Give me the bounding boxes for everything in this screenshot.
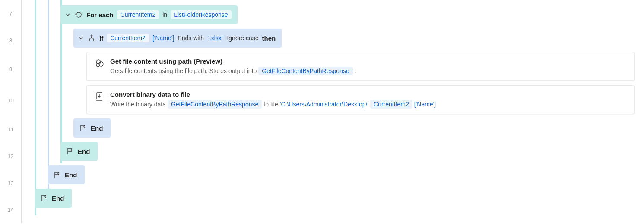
punct: . xyxy=(355,67,356,74)
option-text: Ignore case xyxy=(227,35,258,42)
flag-icon xyxy=(66,147,74,156)
if-keyword: If xyxy=(99,35,103,42)
end-keyword: End xyxy=(78,148,90,155)
line-number: 14 xyxy=(0,196,21,223)
action-get-file-content[interactable]: Get file content using path (Preview) Ge… xyxy=(22,52,644,81)
then-keyword: then xyxy=(262,35,276,42)
line-number: 9 xyxy=(0,54,21,85)
collapse-toggle[interactable] xyxy=(65,12,71,18)
input-variable-token[interactable]: GetFileContentByPathResponse xyxy=(168,100,262,109)
line-number: 11 xyxy=(0,116,21,143)
action-description: Write the binary data xyxy=(110,101,166,108)
action-title: Get file content using path (Preview) xyxy=(110,58,356,65)
line-number: 10 xyxy=(0,85,21,116)
foreach-keyword: For each xyxy=(86,11,114,19)
line-number: 7 xyxy=(0,0,21,27)
operator-text: Ends with xyxy=(178,35,204,42)
line-number: 13 xyxy=(0,170,21,196)
end-step[interactable]: End xyxy=(22,165,644,184)
output-variable-token[interactable]: GetFileContentByPathResponse xyxy=(258,67,352,75)
end-step[interactable]: End xyxy=(22,189,644,208)
action-title: Convert binary data to file xyxy=(110,91,436,98)
if-step[interactable]: If CurrentItem2 ['Name'] Ends with '.xls… xyxy=(22,29,644,48)
literal-value: '.xlsx' xyxy=(207,35,223,42)
foreach-variable-token[interactable]: CurrentItem2 xyxy=(117,10,159,19)
end-keyword: End xyxy=(65,171,77,179)
action-description: to file xyxy=(263,101,278,108)
if-variable-token[interactable]: CurrentItem2 xyxy=(107,34,149,42)
end-keyword: End xyxy=(91,125,103,132)
end-foreach-step[interactable]: End xyxy=(22,142,644,161)
action-description: Gets file contents using the file path. … xyxy=(110,67,257,74)
property-accessor: ['Name'] xyxy=(414,101,436,108)
variable-token[interactable]: CurrentItem2 xyxy=(370,100,412,109)
flag-icon xyxy=(53,170,61,179)
literal-path: 'C:\Users\Administrator\Desktop\' xyxy=(280,101,368,108)
foreach-collection-token[interactable]: ListFolderResponse xyxy=(171,10,232,19)
line-number: 8 xyxy=(0,27,21,54)
line-number: 12 xyxy=(0,143,21,170)
file-download-icon xyxy=(94,91,105,102)
line-number-gutter: 7 8 9 10 11 12 13 14 xyxy=(0,0,22,223)
foreach-step[interactable]: For each CurrentItem2 in ListFolderRespo… xyxy=(22,5,644,24)
in-keyword: in xyxy=(162,11,167,18)
property-accessor: ['Name'] xyxy=(152,35,174,42)
sharepoint-icon xyxy=(94,58,105,69)
end-keyword: End xyxy=(52,195,64,202)
flag-icon xyxy=(79,124,87,132)
action-convert-binary[interactable]: Convert binary data to file Write the bi… xyxy=(22,85,644,114)
flag-icon xyxy=(40,194,48,202)
collapse-toggle[interactable] xyxy=(78,35,84,41)
loop-icon xyxy=(74,10,83,19)
branch-icon xyxy=(87,34,96,42)
end-if-step[interactable]: End xyxy=(22,118,644,138)
